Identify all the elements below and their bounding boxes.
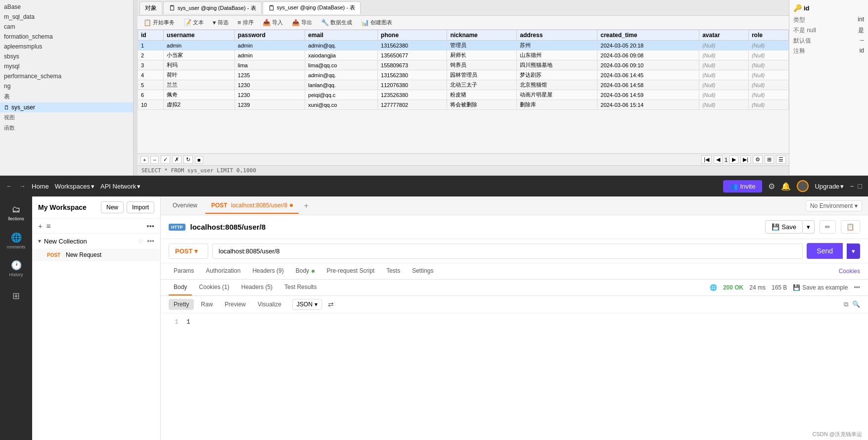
db-prev-page[interactable]: ◀: [714, 155, 723, 164]
cell-username[interactable]: 利玛: [164, 60, 235, 70]
filter-collections-icon[interactable]: ≡: [46, 222, 51, 230]
cell-email[interactable]: lanlan@qq.: [305, 80, 378, 90]
cell-id[interactable]: 6: [138, 90, 164, 100]
cell-username[interactable]: 佩奇: [164, 90, 235, 100]
method-select[interactable]: POST ▾: [169, 244, 208, 259]
cell-password[interactable]: admin: [234, 41, 305, 50]
db-add-row[interactable]: +: [140, 156, 148, 164]
db-item-sysuser[interactable]: sys_user: [0, 102, 133, 112]
env-select[interactable]: No Environment ▾: [806, 200, 862, 211]
cell-id[interactable]: 3: [138, 60, 164, 70]
cell-created_time[interactable]: 2024-03-06 14:59: [597, 90, 699, 100]
db-item-performance[interactable]: performance_schema: [0, 71, 133, 81]
col-nickname[interactable]: nickname: [447, 30, 517, 41]
cell-id[interactable]: 2: [138, 50, 164, 60]
col-phone[interactable]: phone: [378, 30, 447, 41]
add-tab-btn[interactable]: +: [301, 201, 311, 210]
db-item-cam[interactable]: cam: [0, 22, 133, 32]
cell-email[interactable]: xuni@qq.co: [305, 100, 378, 110]
db-item-ng[interactable]: ng: [0, 81, 133, 91]
db-grid-view[interactable]: ⊞: [765, 155, 774, 164]
cell-username[interactable]: 兰兰: [164, 80, 235, 90]
cell-username[interactable]: 虚拟2: [164, 100, 235, 110]
db-list-view[interactable]: ☰: [776, 155, 786, 164]
db-btn-sort[interactable]: ≡ 排序: [234, 18, 257, 27]
tab-settings[interactable]: Settings: [407, 263, 438, 279]
cell-created_time[interactable]: 2024-03-06 14:45: [597, 70, 699, 80]
cell-avatar[interactable]: (Null): [699, 41, 749, 50]
cell-id[interactable]: 10: [138, 100, 164, 110]
tab-headers[interactable]: Headers (9): [247, 263, 288, 279]
cell-phone[interactable]: 123526380: [378, 90, 447, 100]
cell-phone[interactable]: 155809673: [378, 60, 447, 70]
col-email[interactable]: email: [305, 30, 378, 41]
resp-tab-body[interactable]: Body: [169, 280, 192, 295]
cell-address[interactable]: 四川熊猫基地: [517, 60, 597, 70]
db-confirm[interactable]: ✓: [161, 155, 170, 164]
cell-role[interactable]: (Null): [748, 90, 788, 100]
format-raw[interactable]: Raw: [196, 299, 218, 310]
cell-avatar[interactable]: (Null): [699, 100, 749, 110]
nav-workspaces[interactable]: Workspaces ▾: [55, 183, 94, 190]
save-dropdown[interactable]: ▾: [803, 220, 815, 234]
cell-address[interactable]: 动画片明星屋: [517, 90, 597, 100]
cell-nickname[interactable]: 厨师长: [447, 50, 517, 60]
db-item-hanshu[interactable]: 函数: [0, 123, 133, 133]
cell-id[interactable]: 1: [138, 41, 164, 50]
col-created-time[interactable]: created_time: [597, 30, 699, 41]
response-more-icon[interactable]: •••: [854, 284, 860, 291]
cell-created_time[interactable]: 2024-03-05 20:18: [597, 41, 699, 50]
cell-role[interactable]: (Null): [748, 41, 788, 50]
db-remove-row[interactable]: −: [150, 156, 158, 164]
cell-email[interactable]: admin@qq.: [305, 70, 378, 80]
resp-tab-tests[interactable]: Test Results: [279, 280, 321, 295]
settings-icon[interactable]: ⚙: [768, 182, 775, 191]
cell-created_time[interactable]: 2024-03-06 14:58: [597, 80, 699, 90]
tab-overview[interactable]: Overview: [167, 198, 203, 214]
cell-address[interactable]: 苏州: [517, 41, 597, 50]
search-response-icon[interactable]: 🔍: [852, 300, 860, 308]
db-stop[interactable]: ■: [195, 156, 203, 164]
db-item-biao[interactable]: 表: [0, 91, 133, 102]
cell-created_time[interactable]: 2024-03-06 09:10: [597, 60, 699, 70]
collection-item-new[interactable]: ▾ New Collection ☆ •••: [32, 234, 160, 248]
cell-username[interactable]: 荷叶: [164, 70, 235, 80]
cell-nickname[interactable]: 园林管理员: [447, 70, 517, 80]
send-dropdown[interactable]: ▾: [847, 244, 860, 259]
format-visualize[interactable]: Visualize: [253, 299, 286, 310]
cell-role[interactable]: (Null): [748, 80, 788, 90]
db-item-apleemsmplus[interactable]: apleemsmplus: [0, 42, 133, 51]
resp-tab-cookies[interactable]: Cookies (1): [194, 280, 234, 295]
cell-address[interactable]: 删除库: [517, 100, 597, 110]
cell-nickname[interactable]: 北动三太子: [447, 80, 517, 90]
cell-address[interactable]: 梦达剧苏: [517, 70, 597, 80]
format-pretty[interactable]: Pretty: [169, 299, 194, 310]
cell-avatar[interactable]: (Null): [699, 70, 749, 80]
tab-params[interactable]: Params: [169, 263, 199, 279]
cell-avatar[interactable]: (Null): [699, 50, 749, 60]
cell-phone[interactable]: 131562380: [378, 41, 447, 50]
db-item-msqldata[interactable]: m_sql_data: [0, 12, 133, 22]
db-btn-export[interactable]: 📤 导出: [289, 18, 315, 27]
db-btn-generate[interactable]: 🔧 数据生成: [318, 18, 355, 27]
sidebar-icon-history[interactable]: 🕐 History: [4, 256, 29, 281]
db-table-wrap[interactable]: id username password email phone nicknam…: [137, 30, 789, 153]
db-btn-chart[interactable]: 📊 创建图表: [358, 18, 395, 27]
cell-email[interactable]: xaiodangjia: [305, 50, 378, 60]
db-first-page[interactable]: |◀: [701, 155, 712, 164]
cell-phone[interactable]: 112076380: [378, 80, 447, 90]
collection-more[interactable]: •••: [147, 237, 154, 245]
cell-password[interactable]: lima: [234, 60, 305, 70]
request-item-new[interactable]: POST New Request: [32, 248, 160, 261]
import-button[interactable]: Import: [127, 201, 154, 213]
db-item-shitu[interactable]: 视图: [0, 112, 133, 123]
col-password[interactable]: password: [234, 30, 305, 41]
tab-tests[interactable]: Tests: [381, 263, 405, 279]
tab-authorization[interactable]: Authorization: [201, 263, 245, 279]
resp-tab-headers[interactable]: Headers (5): [236, 280, 277, 295]
db-tab-1[interactable]: 🗒 sys_user @qing (DataBase) - 表: [163, 1, 262, 14]
save-example-btn[interactable]: 💾 Save as example: [793, 284, 848, 291]
db-btn-import[interactable]: 📥 导入: [260, 18, 286, 27]
col-address[interactable]: address: [517, 30, 597, 41]
cell-role[interactable]: (Null): [748, 50, 788, 60]
